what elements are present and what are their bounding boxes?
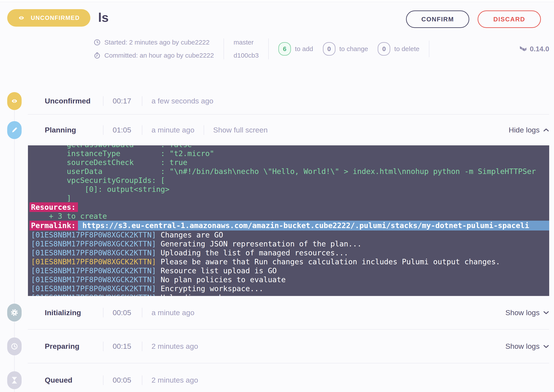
divider bbox=[142, 308, 142, 317]
changes-to-add: 6 to add bbox=[278, 42, 313, 56]
stage-timestamp: 2 minutes ago bbox=[152, 376, 198, 384]
divider bbox=[204, 125, 204, 135]
show-logs-label: Show logs bbox=[505, 308, 540, 317]
committed-text: Committed: an hour ago by cube2222 bbox=[104, 52, 214, 59]
stage-duration: 00:05 bbox=[113, 376, 133, 384]
stage-duration: 00:15 bbox=[113, 342, 133, 350]
clock-icon bbox=[94, 39, 100, 46]
stage-duration: 00:05 bbox=[113, 308, 133, 317]
stage-timestamp: 2 minutes ago bbox=[152, 342, 198, 350]
terminal-log[interactable]: getPasswordData : false instanceType : "… bbox=[28, 145, 549, 296]
commit-sha: d100cb3 bbox=[234, 52, 259, 59]
terraform-version-number: 0.14.0 bbox=[530, 45, 549, 53]
hourglass-stage-icon bbox=[7, 371, 22, 389]
committed-line: Committed: an hour ago by cube2222 bbox=[94, 52, 214, 59]
confirm-button[interactable]: CONFIRM bbox=[406, 10, 469, 28]
show-logs-link-preparing[interactable]: Show logs bbox=[505, 342, 549, 350]
divider bbox=[142, 125, 142, 135]
changes-to-delete: 0 to delete bbox=[378, 42, 419, 56]
divider bbox=[103, 375, 104, 385]
stage-name: Preparing bbox=[45, 342, 94, 350]
page-title: ls bbox=[98, 10, 109, 25]
stage-name: Initializing bbox=[45, 308, 94, 317]
chevron-down-icon bbox=[543, 311, 549, 315]
delete-count-label: to delete bbox=[394, 45, 419, 53]
eye-stage-icon bbox=[7, 92, 22, 110]
status-badge: UNCONFIRMED bbox=[7, 9, 90, 27]
divider bbox=[142, 342, 142, 351]
divider bbox=[103, 96, 104, 106]
run-header: UNCONFIRMED ls CONFIRM DISCARD bbox=[0, 2, 554, 28]
clock-stage-icon bbox=[7, 337, 22, 355]
stage-duration: 00:17 bbox=[113, 97, 133, 105]
branch-name: master bbox=[234, 39, 254, 46]
stage-name: Unconfirmed bbox=[45, 97, 94, 105]
stage-row-unconfirmed: Unconfirmed 00:17 a few seconds ago bbox=[0, 88, 554, 114]
chevron-up-icon bbox=[543, 128, 549, 132]
stage-row-planning: Planning 01:05 a minute ago Show full sc… bbox=[0, 115, 554, 145]
divider bbox=[429, 41, 429, 57]
show-logs-label: Show logs bbox=[505, 342, 540, 350]
top-strip bbox=[0, 0, 554, 2]
change-count-badge: 0 bbox=[323, 42, 336, 56]
stage-timestamp: a minute ago bbox=[152, 308, 195, 317]
change-summary: 6 to add 0 to change 0 to delete bbox=[278, 42, 419, 56]
divider bbox=[268, 38, 269, 59]
stage-name: Queued bbox=[45, 376, 94, 384]
delete-count-badge: 0 bbox=[378, 42, 390, 56]
divider bbox=[103, 125, 104, 135]
changes-to-change: 0 to change bbox=[323, 42, 368, 56]
add-count-label: to add bbox=[295, 45, 313, 53]
terraform-icon bbox=[520, 45, 527, 52]
stage-row-queued: Queued 00:05 2 minutes ago bbox=[0, 364, 554, 392]
discard-button[interactable]: DISCARD bbox=[478, 10, 541, 28]
stage-timestamp: a minute ago bbox=[152, 126, 195, 134]
stage-timestamp: a few seconds ago bbox=[152, 97, 213, 105]
run-times: Started: 2 minutes ago by cube2222 Commi… bbox=[94, 39, 214, 59]
started-line: Started: 2 minutes ago by cube2222 bbox=[94, 39, 214, 46]
run-meta: Started: 2 minutes ago by cube2222 Commi… bbox=[0, 28, 554, 59]
show-full-screen-link[interactable]: Show full screen bbox=[213, 126, 268, 134]
terminal-log-content: getPasswordData : false instanceType : "… bbox=[28, 145, 549, 296]
stopwatch-icon bbox=[94, 52, 100, 59]
hide-logs-link[interactable]: Hide logs bbox=[509, 126, 549, 134]
stage-row-initializing: Initializing 00:05 a minute ago Show log… bbox=[0, 296, 554, 329]
pencil-stage-icon bbox=[7, 121, 22, 139]
status-badge-label: UNCONFIRMED bbox=[31, 15, 80, 21]
terraform-version: 0.14.0 bbox=[520, 45, 549, 53]
divider bbox=[142, 375, 142, 385]
run-timeline: Unconfirmed 00:17 a few seconds ago Plan… bbox=[0, 88, 554, 392]
divider bbox=[142, 96, 142, 106]
add-count-badge: 6 bbox=[278, 42, 291, 56]
divider bbox=[103, 342, 104, 351]
show-logs-link-initializing[interactable]: Show logs bbox=[505, 308, 549, 317]
stage-duration: 01:05 bbox=[113, 126, 133, 134]
divider bbox=[103, 308, 104, 317]
git-info: master d100cb3 bbox=[234, 39, 259, 59]
hide-logs-label: Hide logs bbox=[509, 126, 540, 134]
chevron-down-icon bbox=[543, 344, 549, 348]
stage-row-preparing: Preparing 00:15 2 minutes ago Show logs bbox=[0, 329, 554, 363]
stage-name: Planning bbox=[45, 126, 94, 134]
change-count-label: to change bbox=[339, 45, 368, 53]
header-actions: CONFIRM DISCARD bbox=[406, 10, 541, 28]
eye-icon bbox=[18, 15, 25, 21]
started-text: Started: 2 minutes ago by cube2222 bbox=[104, 39, 210, 46]
gear-stage-icon bbox=[7, 304, 22, 322]
divider bbox=[224, 38, 224, 59]
